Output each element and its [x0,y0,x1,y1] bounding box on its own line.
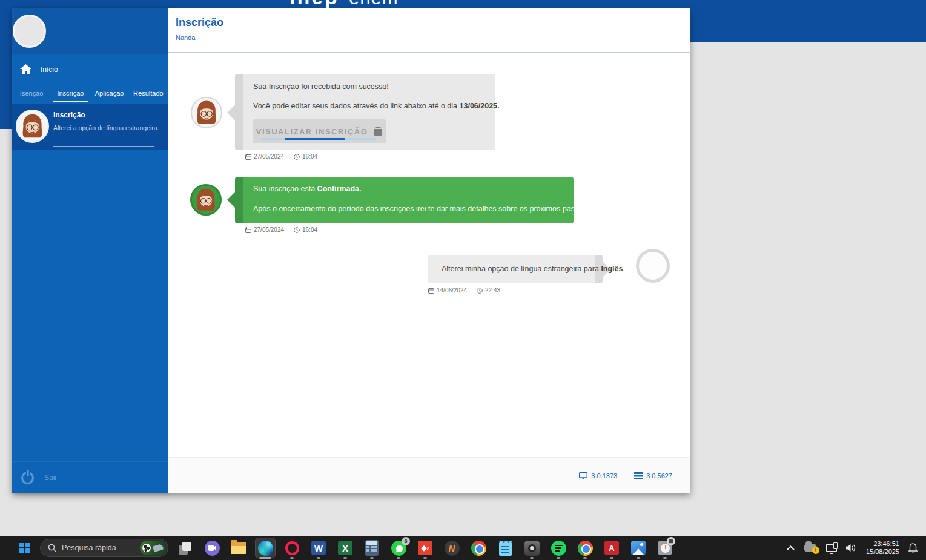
red-launcher-button[interactable]: ◆› [412,536,438,560]
page-left-strip [0,0,12,129]
calculator-button[interactable] [359,536,385,560]
alarm-clock-icon [658,541,672,555]
camera-viewer-button[interactable] [518,536,545,560]
logout-button[interactable]: Sair [12,461,168,493]
edge-browser-button[interactable] [252,536,279,560]
start-button[interactable] [19,543,30,553]
video-chat-app-button[interactable] [199,536,225,560]
progress-bar [262,138,376,140]
logout-label: Sair [44,473,57,482]
tab-inscricao[interactable]: Inscrição [51,84,90,104]
phone-link-icon[interactable] [826,544,837,552]
assistant-avatar [190,184,222,216]
sidebar-tabs: Isenção Inscrição Aplicação Resultado [12,84,168,104]
calculator-icon [365,540,379,556]
user-avatar[interactable] [13,15,46,48]
edge-icon [258,541,273,556]
tray-clock[interactable]: 23:46:51 15/08/2025 [866,540,899,556]
red-launcher-icon: ◆› [418,541,432,555]
tray-date: 15/08/2025 [866,548,899,556]
tab-isencao[interactable]: Isenção [12,84,51,104]
acrobat-reader-icon: A [604,541,619,555]
tab-aplicacao[interactable]: Aplicação [90,84,129,104]
search-highlight-image[interactable] [140,541,165,555]
notepad-icon [499,541,512,556]
tab-resultado[interactable]: Resultado [129,84,168,104]
chrome-icon [578,541,593,556]
notifications-bell-icon[interactable] [908,543,918,553]
assistant-avatar-illustration [192,186,220,214]
alarm-clock-button[interactable] [652,536,678,560]
calendar-icon [428,288,434,294]
page-title: Inscrição [176,16,223,29]
excel-button[interactable]: X [332,536,359,560]
file-explorer-icon [231,542,246,554]
tray-time: 23:46:51 [866,540,899,548]
excel-icon: X [338,541,352,555]
opera-gx-icon [285,541,299,555]
video-chat-icon [205,541,220,556]
n-utility-button[interactable]: N [438,536,465,560]
search-icon [48,544,56,552]
onedrive-warning-icon[interactable]: ! [804,544,817,552]
task-view-icon [179,541,192,555]
message-bubble-confirmed: Sua inscrição está Confirmada. Após o en… [235,177,574,223]
chrome-button[interactable] [465,536,492,560]
view-registration-button[interactable]: VISUALIZAR INSCRIÇÃO [253,119,386,143]
clock-icon [294,154,300,160]
notepad-button[interactable] [492,536,518,560]
conversation-preview: Alterei a opção de língua estrangeira. [53,124,159,131]
search-placeholder: Pesquisa rápida [62,544,134,552]
sidebar: Início Isenção Inscrição Aplicação Resul… [12,8,168,493]
soccer-boot-icon [153,544,164,552]
conversation-list-item[interactable]: Inscrição Alterei a opção de língua estr… [12,104,168,150]
assistant-avatar [191,97,222,128]
word-icon: W [311,541,326,555]
camera-viewer-icon [524,541,540,556]
tray-expand-icon[interactable] [787,545,795,553]
message-timestamp: 14/06/2024 22:43 [428,287,500,294]
message-text: Após o encerramento do período das inscr… [253,205,589,213]
opera-gx-button[interactable] [279,536,305,560]
sidebar-home-label: Início [41,65,58,74]
conversation-divider [53,146,154,147]
chat-footer: 3.0.1373 3.0.5627 [168,457,690,493]
windows-taskbar: Pesquisa rápida W X 6 [0,536,926,560]
inep-enem-logo: inepenem [289,0,398,9]
whatsapp-unread-badge: 6 [402,537,410,545]
photos-icon [631,541,646,555]
assistant-avatar-illustration [18,111,47,141]
home-icon [20,64,31,74]
taskbar-search[interactable]: Pesquisa rápida [40,539,168,557]
calendar-icon [245,154,251,160]
assistant-avatar [16,110,49,143]
bell-badge-icon [667,537,675,545]
photos-button[interactable] [625,536,652,560]
bubble-tail [219,104,236,121]
server-version: 3.0.5627 [634,472,672,479]
client-version: 3.0.1373 [579,472,617,479]
whatsapp-button[interactable]: 6 [385,536,412,560]
desktop-screen: inepenem Início Isenção Inscrição Aplica… [0,0,926,560]
volume-icon[interactable] [846,544,857,552]
sidebar-item-home[interactable]: Início [12,54,168,84]
spotify-button[interactable] [545,536,572,560]
acrobat-reader-button[interactable]: A [598,536,625,560]
power-icon [21,472,34,484]
word-button[interactable]: W [305,536,332,560]
chrome-profile2-button[interactable] [572,536,598,560]
enem-logo-text: enem [349,0,399,8]
server-stack-icon [634,472,643,479]
n-utility-icon: N [445,541,460,556]
file-explorer-button[interactable] [225,536,252,560]
message-text: Sua Inscrição foi recebida com sucesso! [253,82,389,91]
chat-header: Inscrição Nanda [168,8,690,53]
message-timestamp: 27/05/2024 16:04 [245,226,317,233]
progress-fill [285,138,346,140]
message-text: Sua inscrição está Confirmada. [253,185,362,193]
soccer-ball-icon [142,544,151,552]
clock-icon [294,227,300,233]
message-bubble-received: Sua Inscrição foi recebida com sucesso! … [235,74,495,150]
chrome-icon [471,541,486,556]
task-view-button[interactable] [172,536,199,560]
